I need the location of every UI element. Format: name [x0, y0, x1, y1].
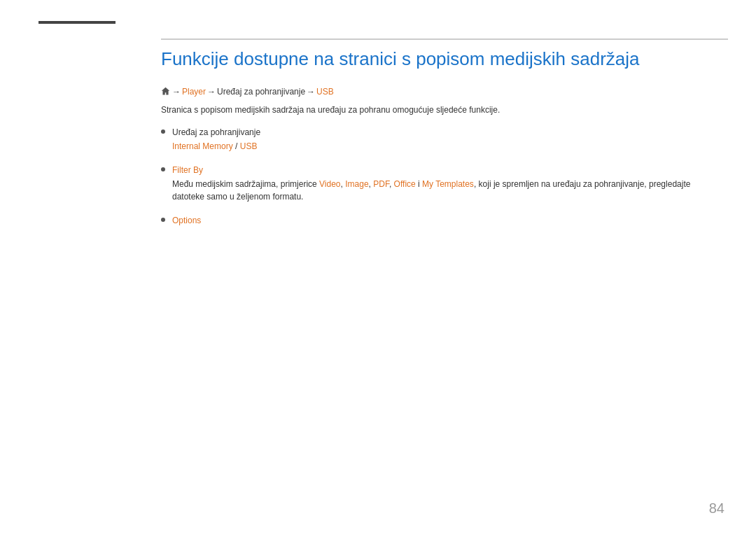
separator: /: [235, 141, 240, 151]
link-internal-memory: Internal Memory: [172, 141, 233, 151]
page-container: Funkcije dostupne na stranici s popisom …: [0, 0, 756, 534]
bullet-list: Uređaj za pohranjivanje Internal Memory …: [161, 126, 721, 227]
breadcrumb-storage: Uređaj za pohranjivanje: [217, 87, 305, 97]
top-rule: [161, 38, 728, 40]
list-item: Uređaj za pohranjivanje Internal Memory …: [161, 126, 721, 153]
intro-text: Stranica s popisom medijskih sadržaja na…: [161, 104, 721, 116]
breadcrumb: → Player → Uređaj za pohranjivanje → USB: [161, 87, 721, 97]
link-video: Video: [319, 179, 340, 189]
bullet-content: Uređaj za pohranjivanje Internal Memory …: [172, 126, 260, 153]
breadcrumb-player: Player: [182, 87, 206, 97]
list-item: Filter By Među medijskim sadržajima, pri…: [161, 164, 721, 203]
breadcrumb-arrow1: →: [172, 87, 181, 97]
bullet-dot: [161, 129, 165, 134]
link-usb: USB: [240, 141, 258, 151]
sidebar-bar: [38, 21, 115, 24]
filter-body-text: Među medijskim sadržajima, primjerice Vi…: [172, 178, 697, 203]
bullet-dot: [161, 218, 165, 222]
main-content: Funkcije dostupne na stranici s popisom …: [161, 48, 721, 238]
bullet-subline-storage: Internal Memory / USB: [172, 140, 260, 153]
page-number: 84: [709, 500, 724, 517]
home-icon: [161, 87, 170, 96]
list-item: Options: [161, 214, 721, 227]
link-pdf: PDF: [373, 179, 389, 189]
link-image: Image: [345, 179, 368, 189]
bullet-label-options: Options: [172, 214, 201, 227]
page-title: Funkcije dostupne na stranici s popisom …: [161, 48, 721, 71]
bullet-content: Options: [172, 214, 201, 227]
bullet-label-filter: Filter By: [172, 164, 697, 176]
link-my-templates: My Templates: [422, 179, 474, 189]
bullet-content: Filter By Među medijskim sadržajima, pri…: [172, 164, 697, 203]
bullet-dot: [161, 167, 165, 171]
bullet-label-storage: Uređaj za pohranjivanje: [172, 126, 260, 139]
link-office: Office: [394, 179, 416, 189]
breadcrumb-arrow3: →: [307, 87, 315, 97]
breadcrumb-arrow2: →: [207, 87, 216, 97]
breadcrumb-usb: USB: [316, 87, 334, 97]
